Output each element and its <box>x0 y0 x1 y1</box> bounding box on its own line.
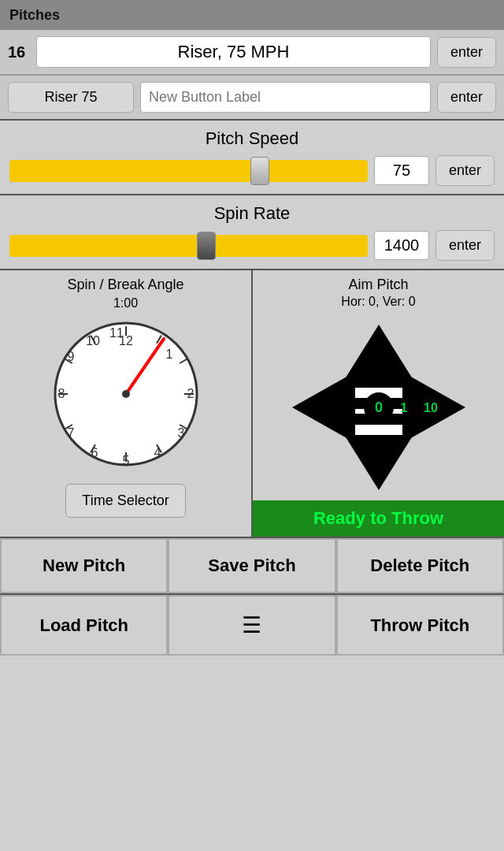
pitch-speed-title: Pitch Speed <box>9 128 495 149</box>
spin-rate-track[interactable] <box>9 235 368 257</box>
svg-marker-30 <box>339 427 418 490</box>
spin-rate-thumb[interactable] <box>197 232 216 260</box>
existing-label-button[interactable]: Riser 75 <box>8 82 134 113</box>
hamburger-icon: ☰ <box>242 612 261 638</box>
throw-pitch-button[interactable]: Throw Pitch <box>336 595 504 656</box>
svg-text:11: 11 <box>109 326 124 340</box>
bottom-panel: Spin / Break Angle 1:00 <box>0 270 504 538</box>
svg-text:10: 10 <box>424 401 438 414</box>
title-text: Pitches <box>9 7 60 24</box>
aim-coords: Hor: 0, Ver: 0 <box>341 295 415 309</box>
save-pitch-button[interactable]: Save Pitch <box>168 538 335 593</box>
new-pitch-button[interactable]: New Pitch <box>0 538 168 593</box>
action-buttons-row-2: Load Pitch ☰ Throw Pitch <box>0 595 504 656</box>
aim-pitch-section: Aim Pitch Hor: 0, Ver: 0 <box>253 270 504 537</box>
spin-rate-section: Spin Rate enter <box>0 195 504 270</box>
svg-text:10: 10 <box>86 334 100 347</box>
title-bar: Pitches <box>0 0 504 30</box>
clock-svg: 12 1 2 3 4 5 6 7 8 9 10 11 <box>47 315 205 473</box>
new-label-input[interactable] <box>140 82 431 113</box>
spin-rate-value[interactable] <box>374 231 429 260</box>
button-label-enter-button[interactable]: enter <box>437 82 496 113</box>
svg-text:7: 7 <box>67 426 74 440</box>
button-label-row: Riser 75 enter <box>0 76 504 121</box>
action-buttons-row-1: New Pitch Save Pitch Delete Pitch <box>0 538 504 595</box>
pitch-speed-row: enter <box>9 155 495 186</box>
menu-button[interactable]: ☰ <box>168 595 335 656</box>
aim-diamond-svg: 0 1 10 <box>284 317 473 498</box>
pitch-name-enter-button[interactable]: enter <box>437 37 496 68</box>
pitch-speed-section: Pitch Speed enter <box>0 121 504 195</box>
spin-break-title: Spin / Break Angle <box>67 277 183 293</box>
clock-time-label: 1:00 <box>113 296 138 310</box>
svg-text:4: 4 <box>154 446 161 459</box>
svg-text:0: 0 <box>374 399 382 415</box>
ready-to-throw-status: Ready to Throw <box>253 500 504 537</box>
svg-point-26 <box>122 390 130 398</box>
svg-text:2: 2 <box>187 387 194 400</box>
load-pitch-button[interactable]: Load Pitch <box>0 595 168 656</box>
pitch-number: 16 <box>8 43 30 61</box>
svg-text:1: 1 <box>165 347 172 361</box>
svg-text:9: 9 <box>67 350 74 363</box>
pitch-speed-enter-button[interactable]: enter <box>435 155 495 186</box>
svg-text:1: 1 <box>400 401 407 414</box>
pitch-speed-value[interactable] <box>374 156 429 185</box>
svg-text:5: 5 <box>122 454 129 467</box>
spin-break-section: Spin / Break Angle 1:00 <box>0 270 253 537</box>
aim-diamond-area[interactable]: 0 1 10 <box>253 314 504 500</box>
aim-pitch-title: Aim Pitch <box>348 277 408 293</box>
pitch-name-row: 16 enter <box>0 30 504 76</box>
svg-text:8: 8 <box>57 387 65 400</box>
pitch-speed-thumb[interactable] <box>250 157 269 185</box>
time-selector-button[interactable]: Time Selector <box>65 484 185 518</box>
spin-rate-row: enter <box>9 230 495 261</box>
spin-rate-title: Spin Rate <box>9 203 495 224</box>
svg-text:6: 6 <box>91 446 98 459</box>
pitch-speed-track[interactable] <box>9 160 368 182</box>
delete-pitch-button[interactable]: Delete Pitch <box>336 538 504 593</box>
pitch-name-input[interactable] <box>36 36 431 68</box>
svg-text:3: 3 <box>177 426 184 440</box>
clock-container: 12 1 2 3 4 5 6 7 8 9 10 11 <box>47 315 205 473</box>
spin-rate-enter-button[interactable]: enter <box>435 230 495 261</box>
